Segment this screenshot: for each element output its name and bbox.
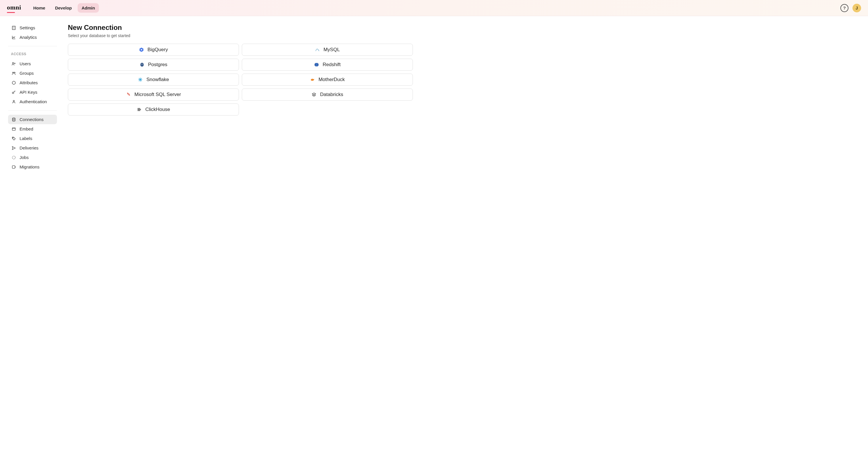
- svg-point-7: [12, 62, 13, 64]
- svg-marker-11: [12, 81, 16, 85]
- top-nav: Home Develop Admin: [29, 3, 99, 13]
- sidebar: Settings Analytics ACCESS: [0, 16, 62, 470]
- database-icon: [11, 117, 16, 122]
- svg-point-18: [12, 156, 16, 159]
- db-option-label: ClickHouse: [146, 107, 170, 113]
- svg-rect-19: [12, 165, 15, 168]
- sidebar-item-label: Labels: [20, 136, 32, 141]
- sidebar-item-attributes[interactable]: Attributes: [8, 78, 57, 87]
- databricks-icon: [311, 92, 316, 97]
- db-option-databricks[interactable]: Databricks: [242, 89, 413, 101]
- nav-home[interactable]: Home: [29, 3, 50, 13]
- db-option-label: MySQL: [323, 47, 340, 53]
- embed-icon: [11, 127, 16, 131]
- svg-rect-35: [140, 108, 140, 111]
- svg-rect-26: [315, 64, 316, 66]
- sidebar-item-label: Groups: [20, 71, 34, 75]
- sidebar-item-label: Settings: [20, 25, 35, 30]
- mysql-icon: [315, 47, 320, 52]
- sidebar-item-apikeys[interactable]: API Keys: [8, 87, 57, 97]
- sidebar-item-jobs[interactable]: Jobs: [8, 153, 57, 162]
- svg-point-8: [14, 63, 15, 64]
- motherduck-icon: [310, 77, 315, 82]
- sidebar-item-migrations[interactable]: Migrations: [8, 162, 57, 171]
- help-icon[interactable]: ?: [840, 4, 848, 12]
- sidebar-item-label: Embed: [20, 126, 33, 131]
- bigquery-icon: [139, 47, 144, 52]
- sidebar-item-label: Analytics: [20, 35, 37, 40]
- clickhouse-icon: [137, 107, 142, 112]
- sidebar-item-users[interactable]: Users: [8, 59, 57, 68]
- send-icon: [11, 146, 16, 150]
- svg-rect-15: [12, 128, 16, 130]
- svg-point-9: [12, 72, 13, 73]
- brand-logo[interactable]: omni: [7, 4, 21, 12]
- sidebar-item-label: Jobs: [20, 155, 29, 160]
- db-option-label: Postgres: [148, 62, 167, 68]
- db-option-label: Redshift: [322, 62, 340, 68]
- svg-point-22: [140, 63, 144, 67]
- attributes-icon: [11, 81, 16, 85]
- svg-point-17: [13, 137, 13, 138]
- topbar: omni Home Develop Admin ? J: [0, 0, 868, 16]
- page-subtitle: Select your database to get started: [68, 33, 857, 38]
- sidebar-item-label: Authentication: [20, 99, 47, 104]
- sidebar-item-label: Attributes: [20, 80, 38, 85]
- sidebar-item-deliveries[interactable]: Deliveries: [8, 143, 57, 153]
- svg-marker-32: [312, 93, 316, 95]
- migrate-icon: [11, 165, 16, 169]
- sidebar-item-auth[interactable]: Authentication: [8, 97, 57, 106]
- db-option-mssql[interactable]: Microsoft SQL Server: [68, 89, 239, 101]
- svg-point-13: [13, 100, 15, 102]
- svg-rect-0: [12, 26, 16, 30]
- sidebar-item-groups[interactable]: Groups: [8, 68, 57, 78]
- db-option-label: Databricks: [320, 92, 343, 97]
- postgres-icon: [140, 62, 145, 67]
- analytics-icon: [11, 35, 16, 40]
- db-option-bigquery[interactable]: BigQuery: [68, 44, 239, 56]
- database-grid: BigQuery MySQL Postgres Redshift: [68, 44, 413, 116]
- layout: Settings Analytics ACCESS: [0, 16, 868, 470]
- brand-block: omni: [7, 4, 21, 12]
- sidebar-heading-access: ACCESS: [8, 50, 57, 59]
- sidebar-item-label: API Keys: [20, 90, 37, 95]
- sidebar-item-settings[interactable]: Settings: [8, 23, 57, 32]
- svg-rect-34: [138, 108, 139, 111]
- db-option-snowflake[interactable]: Snowflake: [68, 73, 239, 86]
- svg-rect-25: [315, 63, 318, 66]
- svg-point-10: [14, 72, 15, 73]
- tag-icon: [11, 136, 16, 141]
- sidebar-item-label: Deliveries: [20, 146, 38, 150]
- db-option-redshift[interactable]: Redshift: [242, 59, 413, 71]
- sidebar-item-connections[interactable]: Connections: [8, 115, 57, 124]
- svg-point-23: [141, 64, 142, 65]
- nav-develop[interactable]: Develop: [51, 3, 75, 13]
- key-icon: [11, 90, 16, 95]
- svg-point-12: [12, 92, 14, 93]
- svg-rect-36: [140, 109, 141, 111]
- db-option-mysql[interactable]: MySQL: [242, 44, 413, 56]
- mssql-icon: [126, 92, 131, 97]
- nav-admin[interactable]: Admin: [78, 3, 99, 13]
- redshift-icon: [314, 62, 319, 67]
- sidebar-item-label: Users: [20, 61, 31, 66]
- db-option-motherduck[interactable]: MotherDuck: [242, 73, 413, 86]
- users-icon: [11, 62, 16, 66]
- db-option-label: MotherDuck: [318, 77, 345, 83]
- svg-point-21: [141, 49, 142, 51]
- db-option-clickhouse[interactable]: ClickHouse: [68, 103, 239, 116]
- sidebar-item-analytics[interactable]: Analytics: [8, 32, 57, 42]
- sidebar-item-embed[interactable]: Embed: [8, 124, 57, 134]
- sidebar-item-labels[interactable]: Labels: [8, 134, 57, 143]
- main-content: New Connection Select your database to g…: [62, 16, 868, 470]
- db-option-label: Microsoft SQL Server: [134, 92, 181, 97]
- db-option-label: BigQuery: [148, 47, 168, 53]
- user-avatar[interactable]: J: [852, 4, 861, 12]
- jobs-icon: [11, 155, 16, 160]
- svg-point-24: [142, 64, 143, 65]
- sidebar-group-bottom: Connections Embed Labels: [8, 115, 57, 171]
- db-option-label: Snowflake: [146, 77, 169, 83]
- snowflake-icon: [138, 77, 143, 82]
- sidebar-item-label: Connections: [20, 117, 43, 122]
- db-option-postgres[interactable]: Postgres: [68, 59, 239, 71]
